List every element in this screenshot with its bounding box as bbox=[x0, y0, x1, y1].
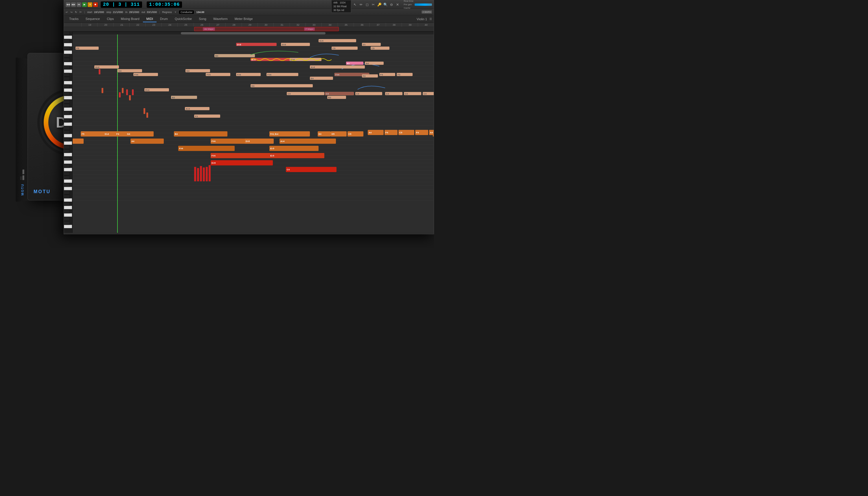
cache-label: Cache bbox=[403, 6, 413, 10]
key-tool-icon[interactable]: 🔑 bbox=[377, 2, 382, 7]
lower-a4-1[interactable] bbox=[131, 139, 164, 144]
svg-text:F#4: F#4 bbox=[207, 74, 211, 76]
punch-btn[interactable]: ⊢ bbox=[79, 11, 82, 14]
note-b3-1[interactable] bbox=[171, 96, 197, 99]
svg-rect-54 bbox=[64, 202, 70, 206]
tab-tracks[interactable]: Tracks bbox=[66, 16, 82, 22]
cursor-tool-icon[interactable]: ↖ bbox=[352, 2, 357, 7]
play-btn[interactable]: ▶ bbox=[82, 2, 87, 7]
svg-rect-27 bbox=[64, 225, 72, 228]
svg-rect-48 bbox=[64, 164, 70, 168]
lower-eb5[interactable] bbox=[269, 146, 319, 151]
note-f3[interactable] bbox=[194, 114, 220, 118]
svg-rect-17 bbox=[64, 134, 72, 137]
scrollbar-thumb[interactable] bbox=[181, 32, 325, 34]
svg-rect-37 bbox=[64, 92, 70, 95]
lower-ab4-1[interactable] bbox=[279, 139, 336, 144]
ruler-mark-20: 20 bbox=[97, 23, 113, 27]
note-ab4-2[interactable] bbox=[310, 65, 365, 68]
svg-rect-14 bbox=[64, 107, 72, 111]
svg-rect-22 bbox=[64, 179, 72, 183]
tab-waveform[interactable]: Waveform bbox=[210, 16, 231, 22]
svg-text:A♭4: A♭4 bbox=[280, 140, 285, 143]
tab-clips[interactable]: Clips bbox=[103, 16, 117, 22]
svg-rect-15 bbox=[64, 115, 72, 118]
tab-quickscribe[interactable]: QuickScribe bbox=[171, 16, 195, 22]
svg-text:A4: A4 bbox=[430, 131, 433, 134]
start-val: 18/1/000 bbox=[94, 11, 104, 14]
note-d4[interactable] bbox=[250, 84, 313, 87]
pause-btn[interactable]: ⏸ bbox=[88, 2, 92, 7]
svg-text:F3: F3 bbox=[195, 115, 198, 118]
ruler-mark-29: 29 bbox=[242, 23, 258, 27]
lower-db5-red[interactable] bbox=[211, 160, 273, 166]
svg-rect-45 bbox=[64, 145, 70, 149]
tab-drum[interactable]: Drum bbox=[156, 16, 171, 22]
svg-text:B4: B4 bbox=[175, 133, 178, 135]
zoom-out-icon[interactable]: ⊖ bbox=[389, 2, 394, 7]
ruler-mark-33: 33 bbox=[306, 23, 321, 27]
lower-fsharp4-1[interactable] bbox=[211, 139, 248, 144]
note-eb5-high[interactable] bbox=[319, 39, 356, 42]
accent-3 bbox=[119, 92, 121, 97]
svg-text:E♭5: E♭5 bbox=[270, 147, 274, 150]
svg-rect-43 bbox=[64, 130, 70, 134]
ruler-mark-21: 21 bbox=[113, 23, 130, 27]
tab-midi[interactable]: MIDI bbox=[143, 16, 156, 22]
note-db5-red[interactable] bbox=[236, 43, 277, 46]
lower-eb5-2[interactable] bbox=[269, 153, 324, 158]
close-icon[interactable]: ✕ bbox=[395, 2, 400, 7]
lower-row2-a[interactable] bbox=[73, 139, 83, 144]
svg-rect-33 bbox=[64, 65, 70, 69]
track-menu-arrow[interactable]: ☰ bbox=[429, 17, 432, 20]
svg-text:F4: F4 bbox=[416, 131, 419, 134]
in-text: In bbox=[125, 11, 127, 14]
lower-g4[interactable] bbox=[126, 131, 154, 137]
accent-8 bbox=[143, 108, 145, 114]
start-text: start bbox=[87, 11, 92, 14]
tab-meter-bridge[interactable]: Meter Bridge bbox=[231, 16, 256, 22]
note-c4-4[interactable] bbox=[365, 92, 382, 95]
svg-text:C4: C4 bbox=[424, 93, 427, 95]
record-btn[interactable]: ⏺ bbox=[93, 2, 98, 7]
lower-fsharp4-3[interactable] bbox=[211, 153, 273, 158]
clock-buffer-val: 1024 bbox=[340, 1, 346, 4]
lower-c4-red[interactable] bbox=[286, 167, 336, 172]
fast-forward-btn[interactable]: ▶▶ bbox=[71, 2, 76, 7]
scissors-tool-icon[interactable]: ✂ bbox=[371, 2, 376, 7]
svg-text:F5: F5 bbox=[76, 47, 79, 50]
note-b4[interactable] bbox=[214, 54, 255, 57]
piano-roll-ruler: 19 20 21 22 23 24 25 26 27 28 29 30 31 3… bbox=[64, 23, 434, 27]
ruler-mark-37: 37 bbox=[369, 23, 385, 27]
svg-text:F#4: F#4 bbox=[335, 74, 339, 76]
svg-text:B3: B3 bbox=[172, 96, 175, 99]
zoom-in-icon[interactable]: 🔍 bbox=[383, 2, 388, 7]
lower-fsharp4-2[interactable] bbox=[178, 146, 235, 151]
tab-sequence[interactable]: Sequence bbox=[82, 16, 104, 22]
blue-curve-1 bbox=[310, 54, 339, 58]
note-c5-r1[interactable] bbox=[332, 47, 357, 50]
to-start-btn[interactable]: ⏮ bbox=[77, 2, 81, 7]
svg-text:A4: A4 bbox=[369, 131, 372, 134]
svg-text:A♭: A♭ bbox=[347, 62, 350, 65]
eraser-tool-icon[interactable]: ◻ bbox=[365, 2, 370, 7]
pencil-tool-icon[interactable]: ✏ bbox=[359, 2, 364, 7]
redo-btn[interactable]: ↪ bbox=[70, 11, 73, 14]
ruler-mark-25: 25 bbox=[177, 23, 193, 27]
svg-text:C4: C4 bbox=[288, 93, 291, 95]
svg-text:F4: F4 bbox=[116, 133, 119, 135]
vel-2 bbox=[197, 168, 199, 181]
loop-btn[interactable]: ↻ bbox=[75, 11, 77, 14]
rewind-btn[interactable]: ◀◀ bbox=[66, 2, 70, 7]
note-c4-1[interactable] bbox=[287, 92, 324, 95]
horizontal-scrollbar[interactable] bbox=[73, 32, 434, 34]
svg-text:F2: F2 bbox=[363, 75, 366, 78]
tab-mixing-board[interactable]: Mixing Board bbox=[118, 16, 143, 22]
undo-btn[interactable]: ↩ bbox=[66, 11, 68, 14]
lower-b4[interactable] bbox=[174, 131, 227, 137]
svg-rect-9 bbox=[64, 62, 72, 65]
note-c4-salmon[interactable] bbox=[325, 92, 354, 95]
piano-keys: /* keys drawn via CSS */ bbox=[64, 32, 73, 233]
tab-song[interactable]: Song bbox=[195, 16, 210, 22]
ruler-mark-30: 30 bbox=[258, 23, 273, 27]
